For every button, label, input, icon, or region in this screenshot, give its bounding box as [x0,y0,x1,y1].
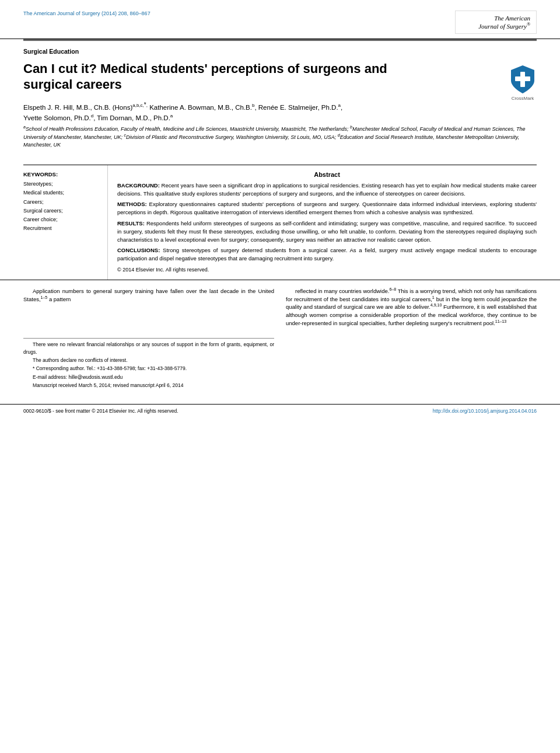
footnote-3: * Corresponding author. Tel.: +31-43-388… [23,365,274,372]
keyword-2: Medical students; [23,189,100,197]
journal-reference: The American Journal of Surgery (2014) 2… [23,11,150,16]
title-row: Can I cut it? Medical students' percepti… [23,61,537,102]
abstract-two-col: KEYWORDS: Stereotypes; Medical students;… [23,165,537,280]
section-label: Surgical Education [23,48,537,55]
keyword-5: Career choice; [23,215,100,224]
body-para-left: Application numbers to general surgery t… [23,287,274,304]
conclusions-text: Strong stereotypes of surgery deterred s… [117,247,537,262]
journal-logo: The American Journal of Surgery® [455,11,537,34]
keywords-title: KEYWORDS: [23,171,100,177]
body-para-right: reflected in many countries worldwide.6–… [286,287,537,327]
page-footer: 0002-9610/$ - see front matter © 2014 El… [0,404,560,417]
abstract-title: Abstract [117,171,537,178]
conclusions-head: CONCLUSIONS: [117,247,160,253]
crossmark-icon [509,64,537,95]
abstract-methods: METHODS: Exploratory questionnaires capt… [117,200,537,217]
svg-rect-1 [515,76,530,81]
author-2: Katherine A. Bowman, M.B., Ch.B.b, [149,104,256,111]
author-1: Elspeth J. R. Hill, M.B., Ch.B. (Hons)a,… [23,104,148,111]
methods-text: Exploratory questionnaires captured stud… [117,201,537,215]
article-header: Surgical Education Can I cut it? Medical… [0,41,560,165]
keywords-list: Stereotypes; Medical students; Careers; … [23,180,100,233]
background-text: Recent years have seen a significant dro… [117,182,537,197]
logo-text-line2: Journal of Surgery® [461,22,530,30]
logo-text-line1: The American [461,15,530,22]
results-text: Respondents held uniform stereotypes of … [117,220,537,243]
keywords-panel: KEYWORDS: Stereotypes; Medical students;… [23,165,108,280]
body-section: Application numbers to general surgery t… [0,280,560,392]
abstract-background: BACKGROUND: Recent years have seen a sig… [117,182,537,198]
footnote-2: The authors declare no conflicts of inte… [23,357,274,364]
affiliations: aSchool of Health Professions Education,… [23,126,537,149]
copyright: © 2014 Elsevier Inc. All rights reserved… [117,266,537,274]
footnote-1: There were no relevant financial relatio… [23,341,274,355]
abstract-panel: Abstract BACKGROUND: Recent years have s… [108,165,537,280]
body-column-left: Application numbers to general surgery t… [23,287,274,392]
page-header: The American Journal of Surgery (2014) 2… [0,0,560,39]
author-5: Tim Dornan, M.D., Ph.D.a [97,114,173,121]
article-title: Can I cut it? Medical students' percepti… [23,61,420,93]
abstract-results: RESULTS: Respondents held uniform stereo… [117,219,537,243]
authors: Elspeth J. R. Hill, M.B., Ch.B. (Hons)a,… [23,102,537,124]
abstract-text: BACKGROUND: Recent years have seen a sig… [117,182,537,274]
crossmark-badge: CrossMark [509,64,537,101]
footer-doi: http://dx.doi.org/10.1016/j.amjsurg.2014… [433,408,537,414]
author-3: Renée E. Stalmeijer, Ph.D.a, [258,104,342,111]
footnote-received: Manuscript received March 5, 2014; revis… [23,382,274,389]
abstract-conclusions: CONCLUSIONS: Strong stereotypes of surge… [117,246,537,263]
crossmark-label: CrossMark [512,96,534,101]
background-head: BACKGROUND: [117,182,160,189]
abstract-section-wrapper: KEYWORDS: Stereotypes; Medical students;… [23,165,537,280]
body-column-right: reflected in many countries worldwide.6–… [286,287,537,392]
footnotes: There were no relevant financial relatio… [23,338,274,389]
page: The American Journal of Surgery (2014) 2… [0,0,560,753]
keyword-4: Surgical careers; [23,207,100,215]
footer-copyright: 0002-9610/$ - see front matter © 2014 El… [23,408,178,414]
methods-head: METHODS: [117,201,147,207]
author-4: Yvette Solomon, Ph.D.d, [23,114,95,121]
keyword-1: Stereotypes; [23,180,100,189]
results-head: RESULTS: [117,220,145,226]
keyword-6: Recruitment [23,224,100,233]
footnote-email: E-mail address: hille@wudosis.wustl.edu [23,374,274,381]
keyword-3: Careers; [23,198,100,207]
